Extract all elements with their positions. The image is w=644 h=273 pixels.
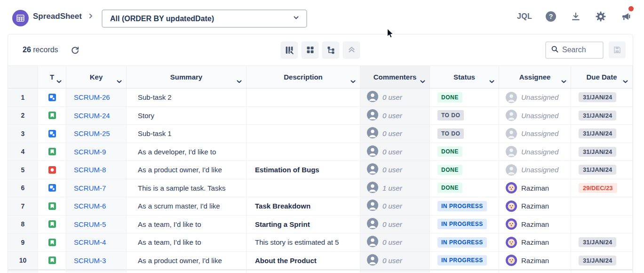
card-view-button[interactable] (302, 41, 319, 59)
issue-key-cell[interactable]: SCRUM-6 (66, 197, 127, 216)
status-cell[interactable]: DONE (430, 179, 499, 198)
issue-key-cell[interactable]: SCRUM-5 (66, 216, 127, 234)
chevron-down-icon[interactable] (350, 77, 356, 85)
issue-type-cell[interactable] (38, 88, 66, 107)
search-box[interactable] (545, 41, 604, 59)
chevron-down-icon[interactable] (623, 77, 628, 85)
chevron-down-icon[interactable] (420, 77, 425, 85)
assignee-cell[interactable]: Unassigned (499, 125, 571, 143)
issue-key-link[interactable]: SCRUM-3 (74, 257, 106, 265)
table-row[interactable]: 10 SCRUM-3 As a product owner, I'd like … (8, 252, 633, 270)
summary-cell[interactable]: As a product owner, I'd like (127, 161, 246, 179)
commenters-cell[interactable]: 1 user (360, 179, 430, 198)
description-cell[interactable] (246, 179, 360, 198)
spreadsheet-logo-icon[interactable] (12, 10, 29, 26)
commenters-cell[interactable]: 0 user (360, 197, 430, 216)
assignee-cell[interactable]: Raziman (499, 216, 571, 234)
row-number[interactable]: 5 (8, 161, 38, 179)
issue-key-link[interactable]: SCRUM-25 (74, 129, 110, 137)
table-row[interactable]: 9 SCRUM-4 As a team, I'd like to This st… (8, 233, 633, 252)
row-number[interactable]: 9 (8, 233, 38, 252)
issue-key-link[interactable]: SCRUM-26 (74, 93, 110, 101)
assignee-cell[interactable]: Unassigned (499, 143, 571, 161)
description-cell[interactable] (246, 88, 360, 107)
description-cell[interactable] (246, 107, 360, 125)
status-cell[interactable]: IN PROGRESS (430, 252, 499, 270)
download-icon[interactable] (570, 10, 582, 23)
issue-key-link[interactable]: SCRUM-6 (74, 202, 106, 210)
help-icon[interactable]: ? (545, 10, 557, 23)
status-cell[interactable]: DONE (430, 88, 499, 107)
row-number[interactable]: 10 (8, 252, 38, 270)
commenters-cell[interactable]: 0 user (360, 252, 430, 270)
row-number[interactable]: 1 (8, 88, 38, 107)
column-settings-button[interactable] (281, 41, 298, 59)
summary-cell[interactable]: As a team, I'd like to (127, 216, 246, 234)
header-type[interactable]: T (38, 66, 66, 88)
chevron-down-icon[interactable] (237, 77, 242, 85)
status-cell[interactable]: IN PROGRESS (430, 233, 499, 252)
assignee-cell[interactable]: Unassigned (499, 161, 571, 179)
commenters-cell[interactable]: 0 user (360, 161, 430, 179)
summary-cell[interactable]: This is a sample task. Tasks (127, 179, 246, 198)
status-cell[interactable]: IN PROGRESS (430, 197, 499, 216)
summary-cell[interactable]: Sub-task 2 (127, 88, 246, 107)
issue-key-cell[interactable]: SCRUM-4 (66, 233, 127, 252)
table-row[interactable]: 3 SCRUM-25 Sub-task 1 (8, 125, 633, 143)
issue-key-cell[interactable]: SCRUM-7 (66, 179, 127, 198)
chevron-down-icon[interactable] (117, 77, 122, 85)
table-row[interactable]: 4 SCRUM-9 As a developer, I'd like to (8, 143, 633, 161)
save-button[interactable] (609, 41, 626, 58)
chevron-down-icon[interactable] (489, 77, 494, 85)
row-number[interactable]: 2 (8, 107, 38, 125)
status-cell[interactable]: TO DO (430, 107, 499, 125)
issue-type-cell[interactable] (38, 107, 66, 125)
issue-type-cell[interactable] (38, 125, 66, 143)
assignee-cell[interactable]: Raziman (499, 197, 571, 216)
issue-key-link[interactable]: SCRUM-9 (74, 148, 106, 156)
issue-key-link[interactable]: SCRUM-4 (74, 238, 106, 246)
due-date-cell[interactable]: 29/DEC/23 (571, 179, 633, 198)
table-row[interactable]: 2 SCRUM-24 Story 0 (8, 107, 633, 125)
assignee-cell[interactable]: Raziman (499, 179, 571, 198)
jql-button[interactable]: JQL (517, 12, 532, 21)
search-input[interactable] (562, 46, 600, 54)
refresh-icon[interactable] (69, 43, 82, 56)
issue-key-cell[interactable]: SCRUM-3 (66, 252, 127, 270)
issue-type-cell[interactable] (38, 216, 66, 234)
assignee-cell[interactable]: Unassigned (499, 88, 571, 107)
table-row[interactable]: 6 SCRUM-7 This is a sample task. Tasks (8, 179, 633, 198)
issue-key-cell[interactable]: SCRUM-24 (66, 107, 127, 125)
due-date-cell[interactable]: 31/JAN/24 (571, 125, 633, 143)
summary-cell[interactable]: Sub-task 1 (127, 125, 246, 143)
status-cell[interactable]: IN PROGRESS (430, 216, 499, 234)
summary-cell[interactable]: As a scrum master, I'd like (127, 197, 246, 216)
table-row[interactable]: 5 SCRUM-8 As a product owner, I'd like E… (8, 161, 633, 179)
issue-type-cell[interactable] (38, 161, 66, 179)
commenters-cell[interactable]: 0 user (360, 125, 430, 143)
issue-key-link[interactable]: SCRUM-8 (74, 166, 106, 174)
description-cell[interactable] (246, 125, 360, 143)
header-due-date[interactable]: Due Date (571, 66, 633, 88)
description-cell[interactable]: This story is estimated at 5 (246, 233, 360, 252)
chevron-down-icon[interactable] (56, 77, 62, 85)
table-row[interactable]: 7 SCRUM-6 As a scrum master, I'd like Ta… (8, 197, 633, 216)
row-number[interactable]: 7 (8, 197, 38, 216)
issue-key-link[interactable]: SCRUM-7 (74, 184, 106, 192)
due-date-cell[interactable]: 31/JAN/24 (571, 107, 633, 125)
row-number[interactable]: 8 (8, 216, 38, 234)
row-number[interactable]: 3 (8, 125, 38, 143)
summary-cell[interactable]: As a developer, I'd like to (127, 143, 246, 161)
issue-type-cell[interactable] (38, 197, 66, 216)
issue-key-cell[interactable]: SCRUM-9 (66, 143, 127, 161)
summary-cell[interactable]: Story (127, 107, 246, 125)
commenters-cell[interactable]: 0 user (360, 216, 430, 234)
commenters-cell[interactable]: 0 user (360, 88, 430, 107)
due-date-cell[interactable]: 31/JAN/24 (571, 88, 633, 107)
filter-dropdown[interactable]: All (ORDER BY updatedDate) (102, 9, 307, 28)
commenters-cell[interactable]: 0 user (360, 107, 430, 125)
commenters-cell[interactable]: 0 user (360, 143, 430, 161)
megaphone-icon[interactable] (620, 10, 632, 23)
header-summary[interactable]: Summary (127, 66, 246, 88)
due-date-cell[interactable]: 31/JAN/24 (571, 233, 633, 252)
